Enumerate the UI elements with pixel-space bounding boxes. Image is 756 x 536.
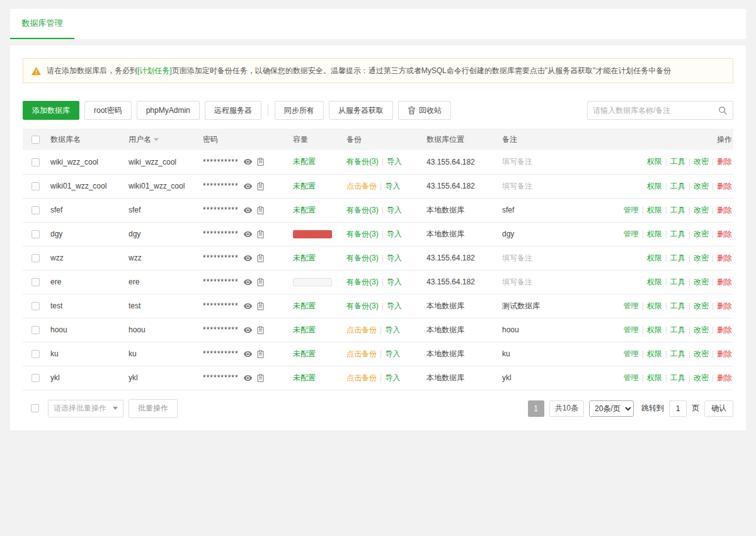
db-note[interactable]: 填写备注	[502, 277, 532, 286]
import-link[interactable]: 导入	[387, 253, 402, 262]
db-note[interactable]: 填写备注	[502, 253, 532, 262]
action-perm-link[interactable]: 权限	[647, 230, 662, 238]
backup-link[interactable]: 有备份(3)	[346, 206, 379, 214]
db-note[interactable]: 填写备注	[502, 157, 532, 166]
backup-link[interactable]: 有备份(3)	[346, 157, 379, 166]
action-manage-link[interactable]: 管理	[624, 301, 639, 310]
show-password-icon[interactable]	[243, 351, 253, 358]
action-perm-link[interactable]: 权限	[647, 277, 662, 286]
capacity-link[interactable]: 未配置	[293, 349, 316, 358]
import-link[interactable]: 导入	[385, 349, 400, 358]
action-perm-link[interactable]: 权限	[647, 157, 662, 166]
action-perm-link[interactable]: 权限	[647, 206, 662, 214]
capacity-link[interactable]: 未配置	[293, 206, 316, 214]
action-delete-link[interactable]: 删除	[717, 253, 732, 262]
action-tools-link[interactable]: 工具	[670, 230, 685, 238]
import-link[interactable]: 导入	[387, 157, 402, 166]
row-checkbox[interactable]	[32, 254, 40, 262]
row-checkbox[interactable]	[32, 158, 40, 166]
db-note[interactable]: hoou	[502, 325, 519, 334]
backup-link[interactable]: 点击备份	[346, 373, 377, 382]
action-repwd-link[interactable]: 改密	[694, 182, 709, 190]
action-perm-link[interactable]: 权限	[647, 325, 662, 334]
action-repwd-link[interactable]: 改密	[694, 206, 709, 214]
cron-task-link[interactable]: [计划任务]	[137, 66, 172, 75]
row-checkbox[interactable]	[32, 230, 40, 238]
action-tools-link[interactable]: 工具	[670, 373, 685, 382]
import-link[interactable]: 导入	[387, 301, 402, 310]
action-tools-link[interactable]: 工具	[670, 157, 685, 166]
show-password-icon[interactable]	[243, 279, 253, 286]
row-checkbox[interactable]	[32, 350, 40, 358]
action-delete-link[interactable]: 删除	[717, 277, 732, 286]
capacity-link[interactable]: 未配置	[293, 253, 316, 262]
db-note[interactable]: ku	[502, 349, 510, 358]
show-password-icon[interactable]	[243, 207, 253, 214]
import-link[interactable]: 导入	[387, 277, 402, 286]
sort-caret-icon[interactable]	[154, 138, 159, 141]
backup-link[interactable]: 有备份(3)	[346, 253, 379, 262]
capacity-bar[interactable]	[293, 278, 332, 286]
copy-password-icon[interactable]	[257, 158, 264, 166]
row-checkbox[interactable]	[32, 206, 40, 214]
action-repwd-link[interactable]: 改密	[694, 325, 709, 334]
copy-password-icon[interactable]	[257, 374, 264, 382]
action-tools-link[interactable]: 工具	[670, 182, 685, 190]
copy-password-icon[interactable]	[257, 302, 264, 310]
action-tools-link[interactable]: 工具	[670, 349, 685, 358]
action-repwd-link[interactable]: 改密	[694, 230, 709, 238]
backup-link[interactable]: 点击备份	[346, 349, 377, 358]
action-delete-link[interactable]: 删除	[717, 373, 732, 382]
backup-link[interactable]: 有备份(3)	[346, 301, 379, 310]
action-perm-link[interactable]: 权限	[647, 373, 662, 382]
action-manage-link[interactable]: 管理	[624, 325, 639, 334]
capacity-link[interactable]: 未配置	[293, 373, 316, 382]
db-note[interactable]: 填写备注	[502, 182, 532, 190]
import-link[interactable]: 导入	[385, 373, 400, 382]
add-database-button[interactable]: 添加数据库	[23, 101, 79, 120]
capacity-bar[interactable]	[293, 230, 332, 238]
jump-page-input[interactable]	[669, 400, 687, 417]
copy-password-icon[interactable]	[257, 206, 264, 214]
per-page-select[interactable]: 20条/页	[589, 400, 634, 417]
import-link[interactable]: 导入	[387, 230, 402, 238]
backup-link[interactable]: 点击备份	[346, 182, 377, 190]
db-note[interactable]: ykl	[502, 373, 512, 382]
action-repwd-link[interactable]: 改密	[694, 301, 709, 310]
action-manage-link[interactable]: 管理	[624, 206, 639, 214]
action-delete-link[interactable]: 删除	[717, 349, 732, 358]
copy-password-icon[interactable]	[257, 230, 264, 238]
fetch-from-server-button[interactable]: 从服务器获取	[329, 101, 393, 120]
action-delete-link[interactable]: 删除	[717, 206, 732, 214]
row-checkbox[interactable]	[32, 302, 40, 310]
action-perm-link[interactable]: 权限	[647, 301, 662, 310]
copy-password-icon[interactable]	[257, 278, 264, 286]
root-password-button[interactable]: root密码	[84, 101, 132, 120]
db-note[interactable]: dgy	[502, 230, 514, 238]
action-delete-link[interactable]: 删除	[717, 325, 732, 334]
capacity-link[interactable]: 未配置	[293, 157, 316, 166]
capacity-link[interactable]: 未配置	[293, 325, 316, 334]
page-number-1[interactable]: 1	[528, 400, 544, 417]
show-password-icon[interactable]	[243, 303, 253, 310]
show-password-icon[interactable]	[243, 375, 253, 382]
show-password-icon[interactable]	[243, 183, 253, 190]
search-icon[interactable]	[713, 102, 733, 119]
db-note[interactable]: 测试数据库	[502, 301, 540, 310]
row-checkbox[interactable]	[32, 278, 40, 286]
footer-select-all-checkbox[interactable]	[31, 404, 39, 412]
action-tools-link[interactable]: 工具	[670, 325, 685, 334]
phpmyadmin-button[interactable]: phpMyAdmin	[137, 101, 200, 120]
action-delete-link[interactable]: 删除	[717, 301, 732, 310]
action-repwd-link[interactable]: 改密	[694, 253, 709, 262]
row-checkbox[interactable]	[32, 326, 40, 334]
action-manage-link[interactable]: 管理	[624, 230, 639, 238]
action-manage-link[interactable]: 管理	[624, 373, 639, 382]
copy-password-icon[interactable]	[257, 350, 264, 358]
remote-server-button[interactable]: 远程服务器	[205, 101, 261, 120]
import-link[interactable]: 导入	[387, 206, 402, 214]
import-link[interactable]: 导入	[385, 182, 400, 190]
action-delete-link[interactable]: 删除	[717, 157, 732, 166]
action-perm-link[interactable]: 权限	[647, 349, 662, 358]
import-link[interactable]: 导入	[385, 325, 400, 334]
